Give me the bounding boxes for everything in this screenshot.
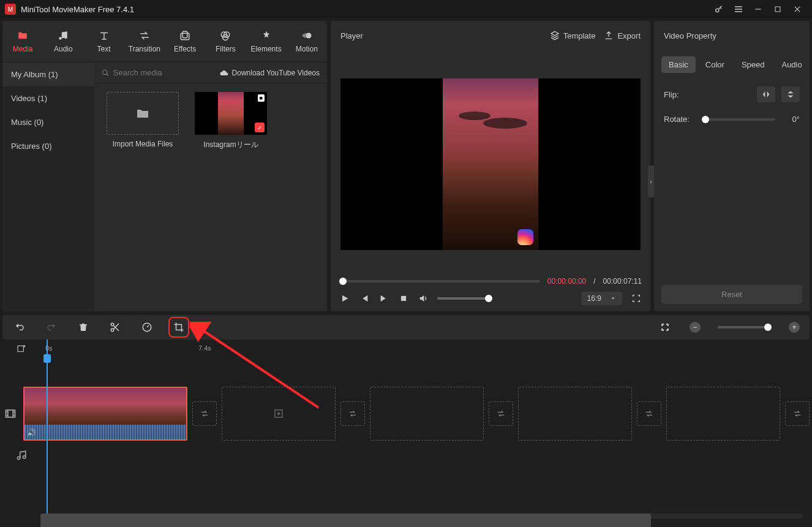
video-badge-icon: ■: [258, 94, 265, 102]
fit-timeline-button[interactable]: [658, 320, 672, 335]
redo-button[interactable]: [44, 320, 59, 335]
transition-slot[interactable]: [785, 401, 810, 426]
expand-panel-button[interactable]: ›: [648, 165, 654, 197]
search-input[interactable]: [102, 68, 214, 77]
delete-button[interactable]: [76, 320, 91, 335]
volume-slider[interactable]: [437, 297, 492, 300]
svg-point-0: [716, 9, 719, 12]
prop-tab-speed[interactable]: Speed: [734, 56, 772, 73]
transition-slot[interactable]: [637, 401, 661, 426]
undo-button[interactable]: [12, 320, 27, 335]
flip-vertical-button[interactable]: [781, 86, 800, 102]
sidebar-item-pictures[interactable]: Pictures (0): [2, 134, 94, 158]
flip-horizontal-button[interactable]: [757, 86, 775, 102]
top-tabs: Media Audio Text Transition Effects Filt…: [2, 21, 327, 63]
rotate-slider[interactable]: [702, 118, 775, 121]
import-media-button[interactable]: [107, 92, 179, 135]
search-icon: [102, 69, 110, 77]
media-sidebar: My Album (1) Videos (1) Music (0) Pictur…: [2, 63, 94, 311]
sidebar-item-myalbum[interactable]: My Album (1): [2, 63, 94, 86]
mute-button[interactable]: [418, 293, 429, 304]
timeline-toolbar: − +: [2, 315, 810, 339]
svg-rect-18: [6, 410, 15, 417]
tab-filters[interactable]: Filters: [205, 21, 246, 62]
time-separator: /: [593, 277, 595, 286]
play-button[interactable]: [339, 293, 350, 304]
split-button[interactable]: [108, 320, 122, 335]
media-clip-thumbnail[interactable]: ■ ✓: [195, 92, 267, 135]
tab-text-label: Text: [97, 45, 111, 53]
audio-track[interactable]: [40, 428, 810, 483]
aspect-ratio-value: 16:9: [587, 294, 601, 303]
player-progress-slider[interactable]: [339, 280, 540, 282]
fullscreen-button[interactable]: [631, 293, 642, 304]
audio-track-icon: [16, 450, 27, 461]
music-icon: [58, 30, 69, 41]
timeline: 0s 7.4s 🔊: [2, 339, 810, 521]
prop-tab-audio[interactable]: Audio: [774, 56, 809, 73]
tab-filters-label: Filters: [216, 45, 236, 53]
media-clip-name: Instagramリール: [203, 140, 258, 150]
stop-button[interactable]: [398, 293, 409, 304]
tab-effects-label: Effects: [174, 45, 196, 53]
playhead[interactable]: [47, 339, 48, 515]
svg-rect-1: [775, 7, 780, 12]
app-title: MiniTool MovieMaker Free 7.4.1: [21, 5, 134, 14]
add-track-button[interactable]: [13, 341, 30, 356]
transition-slot[interactable]: [340, 401, 365, 426]
filters-icon: [220, 30, 231, 41]
svg-point-11: [302, 34, 305, 37]
time-total: 00:00:07:11: [603, 277, 642, 286]
svg-point-12: [103, 70, 107, 74]
maximize-button[interactable]: [768, 0, 788, 18]
next-frame-button[interactable]: [378, 293, 389, 304]
tab-audio[interactable]: Audio: [43, 21, 83, 62]
template-label: Template: [563, 31, 596, 40]
sidebar-item-videos[interactable]: Videos (1): [2, 86, 94, 110]
time-current: 00:00:00:00: [547, 277, 586, 286]
zoom-slider[interactable]: [718, 326, 772, 328]
template-button[interactable]: Template: [550, 31, 596, 40]
timeline-scrollbar[interactable]: [40, 514, 803, 518]
tab-transition[interactable]: Transition: [124, 21, 165, 62]
aspect-ratio-select[interactable]: 16:9: [581, 292, 622, 305]
download-youtube-link[interactable]: Download YouTube Videos: [220, 69, 320, 77]
activate-icon[interactable]: [709, 0, 729, 18]
flip-label: Flip:: [664, 90, 696, 99]
tab-motion[interactable]: Motion: [287, 21, 327, 62]
rotate-label: Rotate:: [664, 115, 696, 124]
tab-effects[interactable]: Effects: [165, 21, 205, 62]
sidebar-item-music[interactable]: Music (0): [2, 110, 94, 134]
library-panel: Media Audio Text Transition Effects Filt…: [2, 21, 327, 311]
prop-tab-color[interactable]: Color: [698, 56, 732, 73]
tab-elements[interactable]: Elements: [246, 21, 287, 62]
prev-frame-button[interactable]: [359, 293, 370, 304]
speed-button[interactable]: [140, 320, 154, 335]
zoom-out-button[interactable]: −: [690, 322, 701, 333]
close-button[interactable]: [788, 0, 807, 18]
tab-media[interactable]: Media: [2, 21, 43, 62]
export-button[interactable]: Export: [604, 31, 641, 40]
tab-audio-label: Audio: [54, 45, 73, 53]
tab-motion-label: Motion: [296, 45, 318, 53]
player-panel: Player Template Export: [331, 21, 650, 311]
zoom-in-button[interactable]: +: [789, 322, 800, 333]
rotate-value: 0°: [781, 115, 800, 124]
minimize-button[interactable]: [748, 0, 768, 18]
menu-icon[interactable]: [729, 0, 748, 18]
svg-point-21: [23, 456, 26, 459]
svg-rect-5: [181, 33, 189, 40]
checkmark-badge-icon: ✓: [255, 123, 265, 132]
reset-button[interactable]: Reset: [661, 285, 802, 304]
transition-slot[interactable]: [192, 401, 217, 426]
svg-point-15: [111, 328, 114, 332]
search-field[interactable]: [113, 68, 214, 77]
titlebar: M MiniTool MovieMaker Free 7.4.1: [0, 0, 812, 18]
svg-point-14: [111, 323, 114, 326]
svg-rect-13: [401, 296, 406, 301]
tab-text[interactable]: Text: [84, 21, 124, 62]
transition-slot[interactable]: [489, 401, 513, 426]
prop-tab-basic[interactable]: Basic: [661, 56, 696, 73]
crop-button[interactable]: [171, 320, 186, 335]
player-viewport[interactable]: [340, 78, 641, 250]
